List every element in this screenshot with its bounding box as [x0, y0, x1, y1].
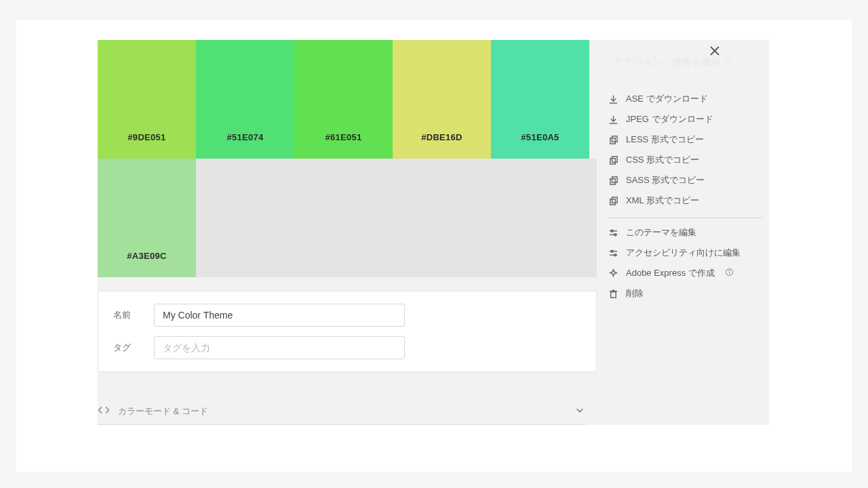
name-input[interactable]	[154, 304, 405, 327]
close-icon	[710, 46, 719, 56]
swatch-hex: #51E0A5	[521, 132, 559, 142]
app-canvas: #9DE051 #51E074 #61E051 #DBE16D #51E0A5	[16, 20, 852, 472]
menu-divider	[608, 218, 762, 218]
menu-label: 削除	[626, 287, 644, 300]
menu-label: アクセシビリティ向けに編集	[626, 247, 741, 259]
swatch-1[interactable]: #9DE051	[98, 40, 196, 159]
edit-theme[interactable]: このテーマを編集	[608, 222, 762, 243]
copy-xml[interactable]: XML 形式でコピー	[608, 190, 762, 211]
swatch-hex: #DBE16D	[421, 132, 462, 142]
sliders-icon	[608, 228, 618, 238]
swatch-5[interactable]: #51E0A5	[491, 40, 589, 159]
theme-panel: #9DE051 #51E074 #61E051 #DBE16D #51E0A5	[98, 40, 769, 425]
copy-icon	[608, 155, 618, 165]
name-label: 名前	[113, 309, 154, 321]
menu-label: CSS 形式でコピー	[626, 154, 699, 166]
delete[interactable]: 削除	[608, 283, 762, 304]
create-express[interactable]: Adobe Express で作成	[608, 263, 762, 283]
menu-label: JPEG でダウンロード	[626, 113, 713, 125]
actions-sidebar: アクション・情報を表示 ∨ ASE でダウンロード JPEG でダウンロード	[597, 40, 769, 425]
tag-input[interactable]	[154, 336, 405, 359]
download-ase[interactable]: ASE でダウンロード	[608, 89, 762, 109]
copy-sass[interactable]: SASS 形式でコピー	[608, 170, 762, 190]
color-mode-label: カラーモード & コード	[118, 405, 208, 418]
left-column: #9DE051 #51E074 #61E051 #DBE16D #51E0A5	[98, 40, 597, 425]
chevron-down-icon	[575, 405, 585, 417]
copy-icon	[608, 196, 618, 206]
swatch-3[interactable]: #61E051	[294, 40, 393, 159]
copy-less[interactable]: LESS 形式でコピー	[608, 129, 762, 150]
download-icon	[608, 115, 618, 125]
trash-icon	[608, 289, 618, 299]
svg-rect-23	[610, 291, 616, 297]
metadata-card: 名前 タグ	[98, 291, 597, 372]
sliders-icon	[608, 248, 618, 258]
ghost-header: アクション・情報を表示 ∨	[613, 56, 732, 68]
swatch-hex: #A3E09C	[127, 251, 166, 261]
svg-point-22	[729, 270, 730, 270]
download-jpeg[interactable]: JPEG でダウンロード	[608, 109, 762, 129]
swatch-2[interactable]: #51E074	[196, 40, 294, 159]
menu-label: LESS 形式でコピー	[626, 134, 704, 146]
swatch-hex: #9DE051	[127, 132, 165, 142]
svg-rect-11	[612, 197, 617, 202]
edit-accessibility[interactable]: アクセシビリティ向けに編集	[608, 243, 762, 263]
svg-rect-7	[612, 156, 617, 161]
menu-label: XML 形式でコピー	[626, 195, 699, 207]
menu-label: このテーマを編集	[626, 226, 696, 239]
actions-menu: ASE でダウンロード JPEG でダウンロード LESS 形式でコピー	[608, 89, 769, 304]
swatch-hex: #61E051	[325, 132, 361, 142]
download-icon	[608, 94, 618, 104]
swatch-hex: #51E074	[226, 132, 263, 142]
tag-label: タグ	[113, 342, 154, 354]
menu-label: ASE でダウンロード	[626, 93, 708, 105]
swatch-6[interactable]: #A3E09C	[98, 159, 196, 277]
svg-rect-8	[610, 178, 615, 184]
swatch-placeholder	[196, 159, 597, 277]
code-icon	[98, 405, 110, 418]
menu-label: SASS 形式でコピー	[626, 174, 705, 186]
svg-rect-4	[610, 138, 615, 143]
info-icon	[725, 268, 734, 279]
sparkle-icon	[608, 268, 618, 279]
color-mode-toggle[interactable]: カラーモード & コード	[98, 399, 586, 425]
copy-icon	[608, 176, 618, 186]
swatch-4[interactable]: #DBE16D	[393, 40, 491, 159]
svg-rect-9	[612, 176, 617, 182]
copy-icon	[608, 135, 618, 145]
menu-label: Adobe Express で作成	[626, 267, 715, 279]
swatch-grid: #9DE051 #51E074 #61E051 #DBE16D #51E0A5	[98, 40, 597, 277]
svg-rect-10	[610, 199, 615, 204]
svg-rect-5	[612, 136, 617, 141]
svg-rect-6	[610, 158, 615, 163]
copy-css[interactable]: CSS 形式でコピー	[608, 150, 762, 170]
